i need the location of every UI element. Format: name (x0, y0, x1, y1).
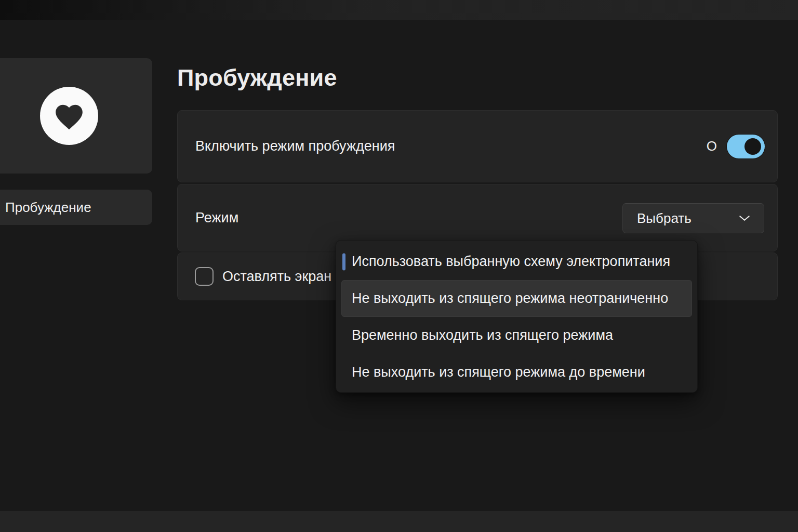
keep-screen-label: Оставлять экран в (222, 269, 343, 285)
heart-icon (40, 87, 98, 145)
sidebar-item-label: Пробуждение (5, 200, 91, 216)
bottom-bar (0, 511, 798, 532)
menu-item-keep-awake-indefinitely[interactable]: Не выходить из спящего режима неотраниче… (341, 280, 692, 317)
toggle-knob (744, 138, 761, 155)
enable-row-label: Включить режим пробуждения (195, 138, 395, 154)
toggle-group: О (707, 111, 765, 182)
mode-select-button[interactable]: Выбрать (622, 203, 764, 233)
module-tile-awake[interactable] (0, 58, 152, 174)
mode-dropdown-menu: Использовать выбранную схему электропита… (336, 240, 698, 393)
setting-row-enable: Включить режим пробуждения О (177, 110, 778, 182)
menu-item-label: Не выходить из спящего режима неотраниче… (352, 290, 668, 307)
menu-item-label: Использовать выбранную схему электропита… (352, 254, 670, 270)
toggle-state-label: О (707, 138, 717, 154)
menu-item-label: Временно выходить из спящего режима (352, 327, 613, 343)
page-title: Пробуждение (177, 64, 337, 91)
menu-item-label: Не выходить из спящего режима до времени (352, 364, 645, 380)
mode-select-label: Выбрать (637, 210, 691, 227)
mode-row-label: Режим (195, 210, 238, 226)
menu-item-keep-awake-temporarily[interactable]: Временно выходить из спящего режима (336, 317, 697, 354)
menu-item-keep-awake-until-time[interactable]: Не выходить из спящего режима до времени (336, 354, 697, 391)
sidebar-item-awake[interactable]: Пробуждение (0, 190, 152, 225)
keep-screen-checkbox[interactable] (195, 267, 214, 286)
menu-item-use-power-scheme[interactable]: Использовать выбранную схему электропита… (336, 243, 697, 280)
enable-toggle[interactable] (727, 135, 765, 158)
chevron-down-icon (738, 211, 751, 225)
selected-indicator (342, 253, 345, 270)
top-bar (0, 0, 798, 20)
